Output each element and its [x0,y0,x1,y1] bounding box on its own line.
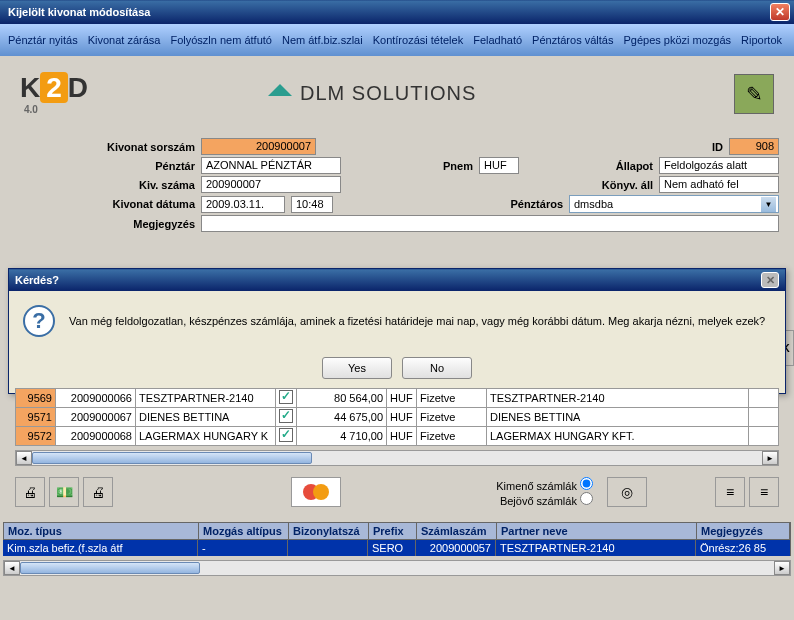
field-megjegyzes[interactable] [201,215,779,232]
field-id: 908 [729,138,779,155]
field-konyv-all: Nem adható fel [659,176,779,193]
logo-row: K2D 4.0 DLM SOLUTIONS ✎ [0,56,794,131]
label-kivonat-datuma: Kivonat dátuma [15,198,195,210]
titlebar: Kijelölt kivonat módosítása ✕ [0,0,794,24]
window-close-button[interactable]: ✕ [770,3,790,21]
field-kiv-szama[interactable]: 200900007 [201,176,341,193]
card-icon[interactable] [291,477,341,507]
combo-penztaros-value: dmsdba [574,198,613,210]
radio-kimeno[interactable]: Kimenő számlák [496,477,593,492]
menu-nem-atf[interactable]: Nem átf.biz.szlai [282,34,363,46]
menu-penztaros-valtas[interactable]: Pénztáros váltás [532,34,613,46]
checkbox-icon [279,409,293,423]
dialog-message: Van még feldolgozatlan, készpénzes száml… [69,315,765,327]
label-allapot: Állapot [593,160,653,172]
bottom-scrollbar[interactable]: ◄ ► [3,560,791,576]
scroll-left-icon[interactable]: ◄ [16,451,32,465]
label-id: ID [693,141,723,153]
dialog-titlebar: Kérdés? ✕ [9,269,785,291]
menubar: Pénztár nyitás Kivonat zárása Folyószln … [0,24,794,56]
dialog-title-text: Kérdés? [15,274,59,286]
menu-folyoszln[interactable]: Folyószln nem átfutó [170,34,272,46]
menu-penztar-nyitas[interactable]: Pénztár nyitás [8,34,78,46]
scroll-thumb[interactable] [32,452,312,464]
sort-button-1[interactable]: ≡ [715,477,745,507]
field-kivonat-datuma[interactable]: 2009.03.11. [201,196,285,213]
field-penztar[interactable]: AZONNAL PÉNZTÁR [201,157,341,174]
menu-pgepes[interactable]: Pgépes pközi mozgás [623,34,731,46]
radio-bejovo[interactable]: Bejövő számlák [496,492,593,507]
bottom-grid-header: Moz. típus Mozgás altípus Bizonylatszá P… [3,522,791,540]
money-button[interactable]: 💵 [49,477,79,507]
scroll-left-icon[interactable]: ◄ [4,561,20,575]
field-pnem[interactable]: HUF [479,157,519,174]
dialog-question: Kérdés? ✕ ? Van még feldolgozatlan, kész… [8,268,786,394]
target-button[interactable]: ◎ [607,477,647,507]
scroll-thumb[interactable] [20,562,200,574]
k2d-logo: K2D 4.0 [20,72,88,115]
no-print-button[interactable]: 🖨 [83,477,113,507]
label-pnem: Pnem [423,160,473,172]
question-icon: ? [23,305,55,337]
label-konyv-all: Könyv. áll [583,179,653,191]
radio-group: Kimenő számlák Bejövő számlák [496,477,593,507]
window-title: Kijelölt kivonat módosítása [8,6,770,18]
checkbox-icon [279,390,293,404]
table-row: 9571 2009000067 DIENES BETTINA 44 675,00… [16,408,779,427]
menu-feladhato[interactable]: Feladható [473,34,522,46]
label-penztar: Pénztár [15,160,195,172]
field-kivonat-sorszam: 200900007 [201,138,316,155]
dialog-close-button[interactable]: ✕ [761,272,779,288]
combo-penztaros[interactable]: dmsdba ▼ [569,195,779,213]
scroll-right-icon[interactable]: ► [774,561,790,575]
label-kivonat-sorszam: Kivonat sorszám [15,141,195,153]
form-area: Kivonat sorszám 200900007 ID 908 Pénztár… [0,131,794,239]
field-allapot: Feldolgozás alatt [659,157,779,174]
chevron-down-icon: ▼ [761,197,776,212]
dlm-triangle-icon [268,82,292,106]
bottom-grid-row[interactable]: Kim.szla befiz.(f.szla átf - SERO 200900… [3,540,791,556]
table-row: 9572 2009000068 LAGERMAX HUNGARY K 4 710… [16,427,779,446]
field-kivonat-ido[interactable]: 10:48 [291,196,333,213]
bottom-grid: Moz. típus Mozgás altípus Bizonylatszá P… [3,522,791,576]
checkbox-icon [279,428,293,442]
app-settings-icon[interactable]: ✎ [734,74,774,114]
grid-area: 9569 2009000066 TESZTPARTNER-2140 80 564… [15,388,779,466]
menu-kivonat-zarasa[interactable]: Kivonat zárása [88,34,161,46]
no-button[interactable]: No [402,357,472,379]
scroll-right-icon[interactable]: ► [762,451,778,465]
menu-kontirozasi[interactable]: Kontírozási tételek [373,34,464,46]
horizontal-scrollbar[interactable]: ◄ ► [15,450,779,466]
dlm-logo: DLM SOLUTIONS [268,82,476,106]
label-penztaros: Pénztáros [493,198,563,210]
yes-button[interactable]: Yes [322,357,392,379]
menu-riportok[interactable]: Riportok [741,34,782,46]
print-button[interactable]: 🖨 [15,477,45,507]
label-megjegyzes: Megjegyzés [15,218,195,230]
sort-button-2[interactable]: ≡ [749,477,779,507]
label-kiv-szama: Kiv. száma [15,179,195,191]
table-row: 9569 2009000066 TESZTPARTNER-2140 80 564… [16,389,779,408]
toolbar-secondary: 🖨 💵 🖨 Kimenő számlák Bejövő számlák ◎ ≡ … [15,477,779,507]
data-grid[interactable]: 9569 2009000066 TESZTPARTNER-2140 80 564… [15,388,779,446]
